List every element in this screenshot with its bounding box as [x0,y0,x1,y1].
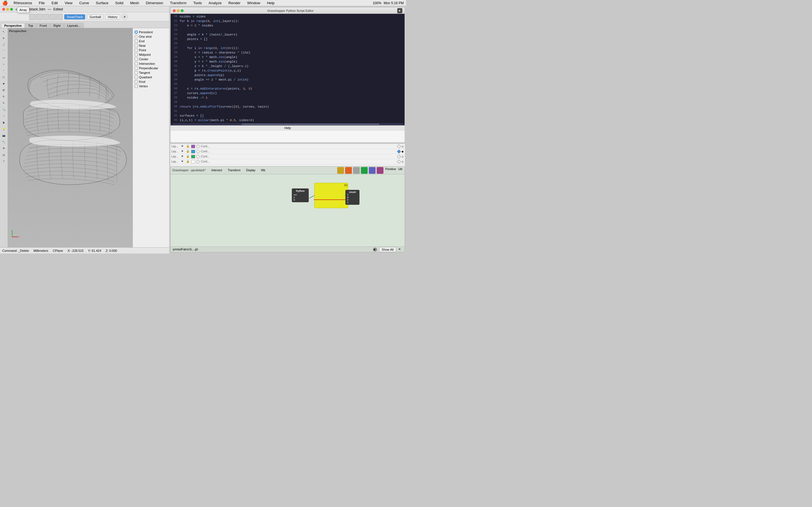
gh-close-icon[interactable]: ✕ [398,247,402,251]
menu-solid[interactable]: Solid [114,1,124,5]
gh-expand-icon[interactable]: ▲ [373,247,377,251]
gh-yellow-node[interactable]: (1) [314,183,348,208]
apple-menu[interactable]: 🍎 [2,0,8,6]
midpoint-checkbox[interactable] [135,53,138,56]
gumball-btn[interactable]: Gumball [87,14,103,19]
menu-help[interactable]: Help [266,1,276,5]
layer-color-2[interactable] [191,155,195,158]
minimize-button[interactable] [6,8,9,11]
curve-tool[interactable]: ⌒ [1,48,7,54]
menu-render[interactable]: Render [227,1,242,5]
maximize-button[interactable] [10,8,13,11]
settings-circle[interactable]: ⚙ [122,14,128,20]
center-checkbox[interactable] [135,57,138,61]
osnap-oneshot[interactable]: One shot [134,34,168,39]
layer-color-0[interactable] [191,145,195,148]
persistent-radio[interactable] [135,31,138,34]
gh-transform-icon[interactable] [377,167,384,174]
menu-edit[interactable]: Edit [50,1,59,5]
analyze-tool[interactable]: 🔍 [1,107,7,113]
mesh-tool[interactable]: ⊞ [1,87,7,93]
vertex-checkbox[interactable] [135,84,138,88]
gh-python-node[interactable]: Python out a D [292,188,309,202]
quadrant-checkbox[interactable] [135,75,138,79]
osnap-persistent[interactable]: Persistent [134,30,168,34]
osnap-knot[interactable]: Knot [134,79,168,84]
layer-color-1[interactable] [191,150,195,153]
gh-canvas[interactable]: Python out a D (1) OffsRf SBDC [170,174,405,246]
oneshot-radio[interactable] [135,35,138,38]
menu-surface[interactable]: Surface [95,1,110,5]
menu-tools[interactable]: Tools [192,1,203,5]
intersection-checkbox[interactable] [135,62,138,65]
menu-file[interactable]: File [38,1,46,5]
near-checkbox[interactable] [135,44,138,47]
menu-window[interactable]: Window [246,1,261,5]
line-tool[interactable]: ╱ [1,42,7,48]
display-tool[interactable]: 👁 [1,145,7,152]
osnap-end[interactable]: End [134,39,168,43]
tab-front[interactable]: Front [37,23,50,28]
gh-tab-intersect[interactable]: Intersect [209,168,224,172]
tab-layouts[interactable]: Layouts... [64,23,84,28]
light-tool[interactable]: 💡 [1,126,7,132]
perpendicular-checkbox[interactable] [135,66,138,70]
snap-tool[interactable]: 🔧 [1,139,7,145]
snap-icon[interactable] [36,14,42,20]
gh-tab-display[interactable]: Display [244,168,258,172]
code-area[interactable]: 20 nsides = sides 21 for k in range(0, i… [170,14,405,123]
surface-tool[interactable]: ⬡ [1,74,7,80]
ortho-icon[interactable] [43,14,49,20]
layer-sun-icon-2[interactable]: ☀ [181,155,185,159]
osnap-tangent[interactable]: Tangent [134,70,168,75]
osnap-center[interactable]: Center [134,57,168,61]
gh-mesh-icon[interactable] [353,167,360,174]
menu-analyze[interactable]: Analyze [207,1,223,5]
gh-offsrf-node[interactable]: OffsRf SBDC [345,190,359,205]
smarttrack-btn[interactable]: SmartTrack [64,14,85,19]
osnap-vertex[interactable]: Vertex [134,84,168,89]
knot-checkbox[interactable] [135,80,138,83]
menu-view[interactable]: View [63,1,73,5]
osnap-perpendicular[interactable]: Perpendicular [134,66,168,70]
gh-surface-icon[interactable] [345,167,352,174]
layer-color-3[interactable] [191,160,195,163]
solid-tool[interactable]: ■ [1,80,7,87]
osnap-point[interactable]: Point [134,48,168,52]
layer-lock-icon-3[interactable]: 🔒 [186,160,190,164]
show-all-button[interactable]: Show All [379,247,396,252]
run-button[interactable]: ▶ [397,8,402,13]
menu-mesh[interactable]: Mesh [129,1,140,5]
menu-dimension[interactable]: Dimension [145,1,164,5]
move-tool[interactable]: ✛ [1,35,7,41]
gh-util-icon[interactable] [361,167,368,174]
select-tool[interactable]: ↖ [1,29,7,35]
circle-tool[interactable]: ○ [1,61,7,67]
tab-top[interactable]: Top [25,23,36,28]
render-tool[interactable]: ◉ [1,119,7,126]
history-btn[interactable]: History [105,14,120,19]
editor-close[interactable] [173,9,175,12]
menu-rhinoceros[interactable]: Rhinoceros [12,1,33,5]
gh-data-icon[interactable] [369,167,375,174]
planar-icon[interactable] [50,14,56,20]
edit-tool[interactable]: ✎ [1,100,7,106]
layer-sun-icon-3[interactable]: ☀ [181,160,185,164]
layer-lock-icon-2[interactable]: 🔒 [186,155,190,159]
menu-transform[interactable]: Transform [169,1,188,5]
osnap-intersection[interactable]: Intersection [134,61,168,66]
layer-lock-icon-1[interactable]: 🔒 [186,150,190,154]
osnap-midpoint[interactable]: Midpoint [134,52,168,57]
horizontal-scrollbar[interactable] [170,123,405,125]
close-button[interactable] [2,8,5,11]
layer-tool[interactable]: 🗂 [1,152,7,158]
editor-minimize[interactable] [177,9,180,12]
tab-right[interactable]: Right [50,23,64,28]
gh-tab-wb[interactable]: Wb [259,168,267,172]
osnap-near[interactable]: Near [134,43,168,48]
layer-sun-icon-0[interactable]: ☀ [181,145,185,149]
layer-sun-icon-1[interactable]: ☀ [181,150,185,154]
rect-tool[interactable]: ▭ [1,55,7,61]
transform-tool[interactable]: ↻ [1,94,7,100]
grid-icon[interactable] [29,14,36,20]
